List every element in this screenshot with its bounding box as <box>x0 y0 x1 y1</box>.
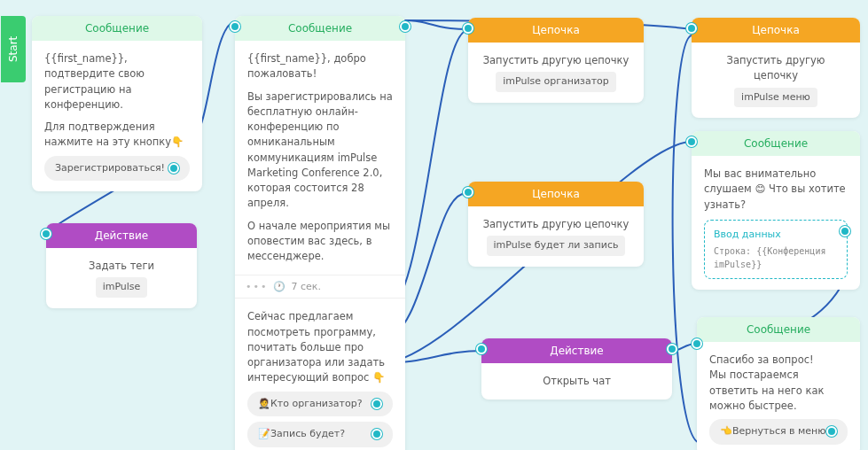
node-message-1[interactable]: Сообщение {{first_name}}, подтвердите св… <box>32 16 202 191</box>
input-data-block[interactable]: Ввод данных Строка: {{Конференция imPuls… <box>704 220 848 280</box>
action-label: Задать теги <box>59 259 184 274</box>
chain-label: Запустить другую цепочку <box>481 217 631 232</box>
input-port[interactable] <box>41 229 51 239</box>
node-header: Действие <box>481 338 672 363</box>
output-port[interactable] <box>840 226 850 237</box>
node-action-openchat[interactable]: Действие Открыть чат <box>481 338 672 400</box>
node-header: Цепочка <box>468 182 644 206</box>
message-text: Спасибо за вопрос! Мы постараемся ответи… <box>709 353 848 414</box>
chain-tag: imPulse меню <box>734 88 817 108</box>
input-sub: Строка: {{Конференция imPulse}} <box>714 244 838 271</box>
node-header: Сообщение <box>692 131 860 156</box>
node-chain-recording[interactable]: Цепочка Запустить другую цепочку imPulse… <box>468 182 644 267</box>
start-badge: Start <box>1 16 26 82</box>
message-text: {{first_name}}, подтвердите свою регистр… <box>44 51 190 112</box>
input-port[interactable] <box>230 21 240 32</box>
node-header: Сообщение <box>697 317 860 342</box>
chain-tag: imPulse будет ли запись <box>487 236 626 256</box>
output-port[interactable] <box>371 429 382 439</box>
node-header: Действие <box>46 223 197 248</box>
action-tag: imPulse <box>96 277 148 298</box>
recording-button[interactable]: 📝Запись будет? <box>247 422 393 447</box>
input-title: Ввод данных <box>714 228 838 243</box>
output-port[interactable] <box>667 344 677 354</box>
node-message-2[interactable]: Сообщение {{first_name}}, добро пожалова… <box>235 16 405 450</box>
input-port[interactable] <box>686 136 697 147</box>
message-text: Мы вас внимательно слушаем 😊 Что вы хоти… <box>704 167 848 213</box>
button-label: 📝Запись будет? <box>258 427 345 442</box>
node-message-listen[interactable]: Сообщение Мы вас внимательно слушаем 😊 Ч… <box>692 131 860 290</box>
node-header: Сообщение <box>32 16 202 41</box>
chain-label: Запустить другую цепочку <box>704 53 848 84</box>
input-port[interactable] <box>686 23 697 34</box>
node-chain-organizer[interactable]: Цепочка Запустить другую цепочку imPulse… <box>468 18 644 103</box>
input-port[interactable] <box>463 187 473 198</box>
organizer-button[interactable]: 🤵Кто организатор? <box>247 392 393 417</box>
register-button[interactable]: Зарегистрироваться! <box>44 156 190 182</box>
msg-line-2: Вы зарегистрировались на бесплатную онла… <box>247 89 393 212</box>
node-message-thanks[interactable]: Сообщение Спасибо за вопрос! Мы постарае… <box>697 317 860 450</box>
output-port[interactable] <box>826 426 837 437</box>
msg-line-4: Сейчас предлагаем посмотреть программу, … <box>247 309 393 385</box>
button-label: 🤵Кто организатор? <box>258 397 363 412</box>
button-label: Зарегистрироваться! <box>55 161 165 176</box>
input-port[interactable] <box>463 23 473 34</box>
msg-line-3: О начале мероприятия мы оповестим вас зд… <box>247 219 393 265</box>
action-label: Открыть чат <box>494 374 660 389</box>
node-header: Цепочка <box>692 18 860 43</box>
clock-icon: 🕐 <box>273 281 285 292</box>
button-label: 👈Вернуться в меню <box>720 424 826 439</box>
chain-tag: imPulse организатор <box>496 72 616 92</box>
input-port[interactable] <box>476 344 487 354</box>
output-port[interactable] <box>371 399 382 409</box>
message-text-2: Для подтверждения нажмите на эту кнопку👇 <box>44 120 190 151</box>
node-action-tags[interactable]: Действие Задать теги imPulse <box>46 223 197 308</box>
output-port[interactable] <box>168 163 179 174</box>
dots-icon: ••• <box>246 281 268 292</box>
back-button[interactable]: 👈Вернуться в меню <box>709 419 848 445</box>
output-port[interactable] <box>400 21 411 32</box>
node-header: Цепочка <box>468 18 644 43</box>
timer-value: 7 сек. <box>291 281 320 292</box>
chain-label: Запустить другую цепочку <box>481 53 631 68</box>
timer-row: ••• 🕐 7 сек. <box>235 275 405 299</box>
node-chain-menu[interactable]: Цепочка Запустить другую цепочку imPulse… <box>692 18 860 118</box>
node-header: Сообщение <box>235 16 405 41</box>
input-port[interactable] <box>692 338 702 349</box>
msg-line-1: {{first_name}}, добро пожаловать! <box>247 51 393 82</box>
